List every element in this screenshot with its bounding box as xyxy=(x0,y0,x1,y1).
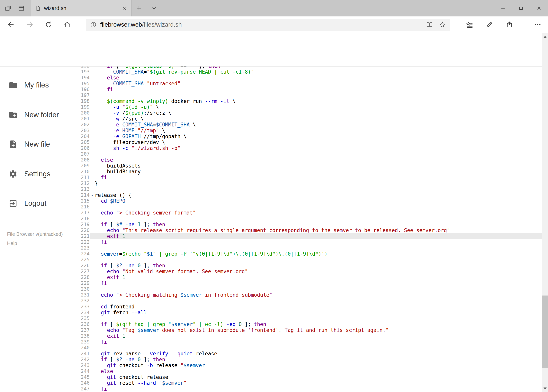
set-tabs-aside-button[interactable] xyxy=(15,0,28,16)
favorite-star-icon[interactable] xyxy=(439,21,446,28)
sidebar-item-label: New folder xyxy=(24,111,59,119)
code-line[interactable]: 196 fi xyxy=(78,86,542,92)
code-line[interactable]: 214▾release () { xyxy=(78,192,542,198)
fold-gutter xyxy=(90,298,95,304)
sidebar-item-new-file[interactable]: New file xyxy=(0,130,78,159)
code-line[interactable]: 208 else xyxy=(78,157,542,163)
code-line[interactable]: 224 semver=$(echo "$1" | grep -P '^v(0|[… xyxy=(78,251,542,257)
code-line[interactable]: 233 cd frontend xyxy=(78,304,542,310)
code-line[interactable]: 245 git checkout release xyxy=(78,374,542,380)
fold-marker-icon[interactable]: ▾ xyxy=(90,192,95,198)
code-line[interactable]: 235 xyxy=(78,315,542,321)
code-line[interactable]: 221 exit 1 xyxy=(78,233,542,239)
url-text[interactable]: filebrowser.web/files/wizard.sh xyxy=(100,21,420,28)
code-editor[interactable]: 192 if [ "$(git status -s)" == "" ]; the… xyxy=(78,67,542,392)
hub-favorites-button[interactable] xyxy=(460,16,479,33)
plus-icon xyxy=(136,5,142,11)
scroll-up-arrow[interactable] xyxy=(542,33,548,40)
code-line[interactable]: 195 COMMIT_SHA="untracked" xyxy=(78,81,542,86)
code-line[interactable]: 246 git reset --hard "$semver" xyxy=(78,380,542,386)
reading-view-icon[interactable] xyxy=(426,21,433,28)
code-line[interactable]: 227 echo "Not valid semver format. See s… xyxy=(78,268,542,274)
page-scrollbar[interactable] xyxy=(542,33,548,392)
back-button[interactable] xyxy=(1,16,20,33)
tab-preview-button[interactable] xyxy=(1,0,14,16)
code-line[interactable]: 228 exit 1 xyxy=(78,274,542,280)
code-line[interactable]: 207 xyxy=(78,151,542,157)
fold-gutter xyxy=(90,92,95,98)
code-line[interactable]: 240 xyxy=(78,345,542,351)
share-page-button[interactable] xyxy=(500,16,519,33)
code-line[interactable]: 239 fi xyxy=(78,339,542,345)
close-button[interactable] xyxy=(530,0,548,16)
line-number: 231 xyxy=(78,292,90,298)
code-line[interactable]: 209 buildAssets xyxy=(78,163,542,169)
refresh-button[interactable] xyxy=(39,16,58,33)
code-line[interactable]: 194 else xyxy=(78,75,542,81)
code-line[interactable]: 205 filebrowser/dev \ xyxy=(78,139,542,145)
tab-list-chevron-button[interactable] xyxy=(146,0,162,16)
code-line[interactable]: 210 buildBinary xyxy=(78,169,542,175)
code-line[interactable]: 247 fi xyxy=(78,386,542,392)
code-line[interactable]: 200 -v /$(pwd):/src:z \ xyxy=(78,110,542,116)
code-line[interactable]: 197 xyxy=(78,92,542,98)
code-line[interactable]: 230 xyxy=(78,286,542,292)
code-line[interactable]: 234 git fetch --all xyxy=(78,310,542,315)
more-menu-button[interactable] xyxy=(528,16,547,33)
code-line[interactable]: 215 cd $REPO xyxy=(78,198,542,204)
sidebar-item-new-folder[interactable]: New folder xyxy=(0,100,78,130)
code-line[interactable]: 216 xyxy=(78,204,542,210)
code-line[interactable]: 238 exit 1 xyxy=(78,333,542,339)
sidebar-item-my-files[interactable]: My files xyxy=(0,70,78,100)
code-line[interactable]: 199 -u "$(id -u)" \ xyxy=(78,104,542,110)
code-line[interactable]: 241 git rev-parse --verify --quiet relea… xyxy=(78,351,542,357)
code-line[interactable]: 192 if [ "$(git status -s)" == "" ]; the… xyxy=(78,67,542,69)
scrollbar-thumb[interactable] xyxy=(542,295,548,368)
browser-tab-active[interactable]: wizard.sh xyxy=(31,0,132,16)
home-button[interactable] xyxy=(58,16,77,33)
code-line[interactable]: 243 git checkout -b release "$semver" xyxy=(78,363,542,368)
scroll-down-arrow[interactable] xyxy=(542,385,548,392)
maximize-button[interactable] xyxy=(512,0,530,16)
line-number: 198 xyxy=(78,98,90,104)
code-line[interactable]: 244 else xyxy=(78,368,542,374)
code-line[interactable]: 222 fi xyxy=(78,239,542,245)
code-line[interactable]: 217 echo "> Checking semver format" xyxy=(78,210,542,216)
code-line[interactable]: 203 -e HOME="//tmp" \ xyxy=(78,128,542,133)
tab-close-icon[interactable] xyxy=(121,5,127,11)
code-text: fi xyxy=(95,339,542,345)
code-line[interactable]: 206 sh -c "./wizard.sh -b" xyxy=(78,145,542,151)
code-line[interactable]: 218 xyxy=(78,216,542,222)
code-line[interactable]: 223 xyxy=(78,245,542,251)
code-line[interactable]: 211 fi xyxy=(78,175,542,181)
address-bar[interactable]: filebrowser.web/files/wizard.sh xyxy=(86,19,450,31)
fold-gutter xyxy=(90,304,95,310)
minimize-button[interactable] xyxy=(494,0,512,16)
code-line[interactable]: 232 xyxy=(78,298,542,304)
code-line[interactable]: 236 if [ $(git tag | grep "$semver" | wc… xyxy=(78,321,542,327)
code-line[interactable]: 202 -e COMMIT_SHA=$COMMIT_SHA \ xyxy=(78,122,542,128)
forward-button[interactable] xyxy=(20,16,39,33)
site-info-icon[interactable] xyxy=(90,21,97,28)
code-line[interactable]: 213 xyxy=(78,186,542,192)
code-line[interactable]: 225 xyxy=(78,257,542,263)
fold-gutter xyxy=(90,151,95,157)
code-line[interactable]: 231 echo "> Checking matching $semver in… xyxy=(78,292,542,298)
sidebar-item-settings[interactable]: Settings xyxy=(0,159,78,189)
sidebar-item-logout[interactable]: Logout xyxy=(0,189,78,218)
web-notes-button[interactable] xyxy=(480,16,499,33)
code-line[interactable]: 226 if [ $? -ne 0 ]; then xyxy=(78,263,542,268)
help-link[interactable]: Help xyxy=(7,240,63,246)
code-line[interactable]: 237 echo "Tag $semver does not exist in … xyxy=(78,327,542,333)
code-line[interactable]: 242 if [ $? -ne 0 ]; then xyxy=(78,357,542,363)
code-line[interactable]: 229 fi xyxy=(78,280,542,286)
code-line[interactable]: 198 $(command -v winpty) docker run --rm… xyxy=(78,98,542,104)
new-tab-button[interactable] xyxy=(132,0,146,16)
code-line[interactable]: 193 COMMIT_SHA="$(git rev-parse HEAD | c… xyxy=(78,69,542,75)
code-line[interactable]: 201 -w //src \ xyxy=(78,116,542,122)
code-line[interactable]: 212} xyxy=(78,181,542,186)
code-line[interactable]: 219 if [ $# -ne 1 ]; then xyxy=(78,222,542,227)
fold-gutter xyxy=(90,239,95,245)
code-line[interactable]: 204 -e GOPATH=//tmp/gopath \ xyxy=(78,133,542,139)
code-line[interactable]: 220 echo "This release script requires a… xyxy=(78,227,542,233)
